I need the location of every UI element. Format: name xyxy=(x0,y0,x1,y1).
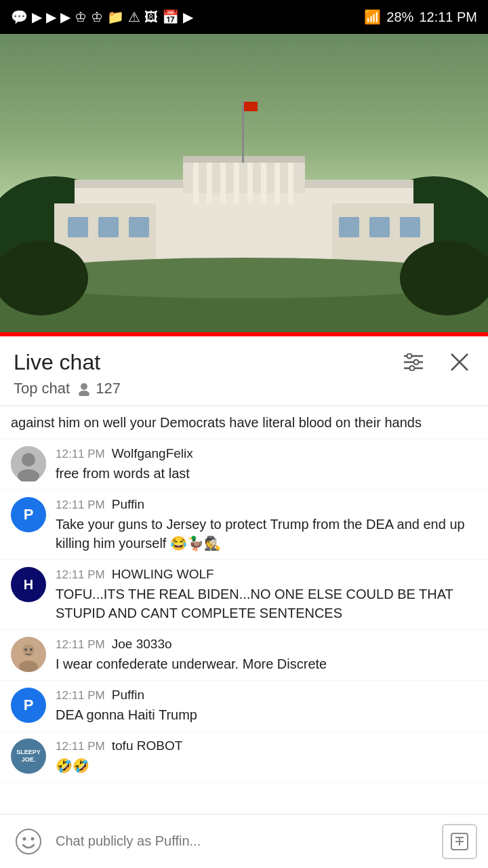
top-chat-label[interactable]: Top chat xyxy=(14,380,70,397)
play-store-icon: ▶ xyxy=(183,9,193,25)
message-meta: 12:11 PM HOWLING WOLF xyxy=(56,567,477,582)
message-meta: 12:11 PM Puffin xyxy=(56,497,477,512)
battery-text: 28% xyxy=(386,9,413,25)
message-time: 12:11 PM xyxy=(56,740,105,753)
message-author: tofu ROBOT xyxy=(112,738,183,753)
message-text: 🤣🤣 xyxy=(56,756,477,775)
svg-point-48 xyxy=(24,648,27,651)
message-content: 12:11 PM tofu ROBOT 🤣🤣 xyxy=(56,738,477,775)
svg-rect-25 xyxy=(400,217,420,237)
svg-rect-23 xyxy=(339,217,359,237)
chat-input-bar xyxy=(0,814,488,868)
svg-rect-14 xyxy=(220,163,226,203)
image-icon: 🖼 xyxy=(144,9,158,25)
list-item: P 12:11 PM Puffin DEA gonna Haiti Trump xyxy=(0,681,488,732)
live-chat-header: Live chat Top chat xyxy=(0,336,488,406)
message-text: I wear confederate underwear. More Discr… xyxy=(56,654,477,673)
svg-rect-10 xyxy=(183,159,305,193)
svg-point-51 xyxy=(23,837,26,840)
time-display: 12:11 PM xyxy=(419,9,477,25)
svg-rect-12 xyxy=(193,163,199,203)
crown-icon-2: ♔ xyxy=(91,9,103,25)
message-content: 12:11 PM Puffin DEA gonna Haiti Trump xyxy=(56,688,477,724)
avatar: SLEEPYJOE. xyxy=(11,738,46,774)
svg-rect-18 xyxy=(274,163,280,203)
video-thumbnail[interactable] xyxy=(0,34,488,332)
close-icon[interactable] xyxy=(445,347,474,377)
avatar xyxy=(11,446,46,481)
svg-rect-21 xyxy=(98,217,119,237)
svg-point-41 xyxy=(79,391,89,396)
message-author: Puffin xyxy=(112,497,144,512)
avatar: P xyxy=(11,497,46,532)
status-icons: 💬 ▶ ▶ ▶ ♔ ♔ 📁 ⚠ 🖼 📅 ▶ xyxy=(11,9,193,25)
chat-input[interactable] xyxy=(56,824,432,859)
message-author: WolfgangFelix xyxy=(112,446,193,461)
svg-point-43 xyxy=(22,453,35,467)
message-meta: 12:11 PM tofu ROBOT xyxy=(56,738,477,753)
partial-message: against him on well your Democrats have … xyxy=(0,406,488,439)
svg-rect-22 xyxy=(129,217,149,237)
message-time: 12:11 PM xyxy=(56,498,105,512)
chat-messages-container: against him on well your Democrats have … xyxy=(0,406,488,850)
svg-rect-15 xyxy=(234,163,239,203)
svg-rect-20 xyxy=(68,217,88,237)
svg-rect-27 xyxy=(244,102,258,111)
avatar xyxy=(11,637,46,672)
svg-point-40 xyxy=(81,383,87,390)
list-item: 12:11 PM WolfgangFelix free from words a… xyxy=(0,439,488,490)
message-meta: 12:11 PM Puffin xyxy=(56,688,477,703)
media-icon-2: ▶ xyxy=(46,9,56,25)
viewer-count: 127 xyxy=(77,380,121,397)
avatar: P xyxy=(11,688,46,723)
chat-title-row: Live chat xyxy=(14,347,474,377)
calendar-icon: 📅 xyxy=(162,9,179,25)
filter-icon[interactable] xyxy=(399,347,428,377)
folder-icon: 📁 xyxy=(107,9,124,25)
wifi-icon: 📶 xyxy=(364,9,381,25)
svg-rect-17 xyxy=(261,163,266,203)
list-item: H 12:11 PM HOWLING WOLF TOFU...ITS THE R… xyxy=(0,560,488,630)
list-item: 12:11 PM Joe 3033o I wear confederate un… xyxy=(0,630,488,681)
message-content: 12:11 PM Puffin Take your guns to Jersey… xyxy=(56,497,477,553)
message-content: 12:11 PM WolfgangFelix free from words a… xyxy=(56,446,477,483)
message-text: free from words at last xyxy=(56,464,477,483)
partial-message-text: against him on well your Democrats have … xyxy=(11,415,422,430)
status-info: 📶 28% 12:11 PM xyxy=(364,9,477,25)
message-author: HOWLING WOLF xyxy=(112,567,214,582)
chat-header-icons xyxy=(399,347,474,377)
send-button[interactable] xyxy=(442,824,477,859)
svg-rect-16 xyxy=(247,163,253,203)
svg-point-35 xyxy=(414,360,419,365)
viewer-count-number: 127 xyxy=(96,380,121,397)
list-item: SLEEPYJOE. 12:11 PM tofu ROBOT 🤣🤣 xyxy=(0,732,488,783)
svg-rect-24 xyxy=(369,217,390,237)
message-time: 12:11 PM xyxy=(56,568,105,582)
svg-rect-13 xyxy=(207,163,212,203)
message-time: 12:11 PM xyxy=(56,448,105,461)
warning-icon: ⚠ xyxy=(128,9,140,25)
message-text: TOFU...ITS THE REAL BIDEN...NO ONE ELSE … xyxy=(56,585,477,623)
crown-icon: ♔ xyxy=(75,9,87,25)
media-icon-1: ▶ xyxy=(32,9,42,25)
svg-rect-19 xyxy=(288,163,293,203)
live-chat-title: Live chat xyxy=(14,350,100,375)
svg-rect-26 xyxy=(242,102,244,163)
message-author: Puffin xyxy=(112,688,144,703)
message-content: 12:11 PM HOWLING WOLF TOFU...ITS THE REA… xyxy=(56,567,477,623)
svg-point-37 xyxy=(410,366,415,371)
message-time: 12:11 PM xyxy=(56,638,105,652)
message-meta: 12:11 PM Joe 3033o xyxy=(56,637,477,652)
svg-point-52 xyxy=(31,837,35,840)
top-chat-row: Top chat 127 xyxy=(14,380,474,397)
message-time: 12:11 PM xyxy=(56,689,105,703)
media-icon-3: ▶ xyxy=(60,9,70,25)
message-author: Joe 3033o xyxy=(112,637,172,652)
message-text: DEA gonna Haiti Trump xyxy=(56,705,477,724)
svg-point-33 xyxy=(407,354,412,359)
svg-point-50 xyxy=(16,829,41,854)
list-item: P 12:11 PM Puffin Take your guns to Jers… xyxy=(0,490,488,560)
svg-point-49 xyxy=(30,648,33,651)
message-meta: 12:11 PM WolfgangFelix xyxy=(56,446,477,461)
emoji-button[interactable] xyxy=(11,824,46,859)
